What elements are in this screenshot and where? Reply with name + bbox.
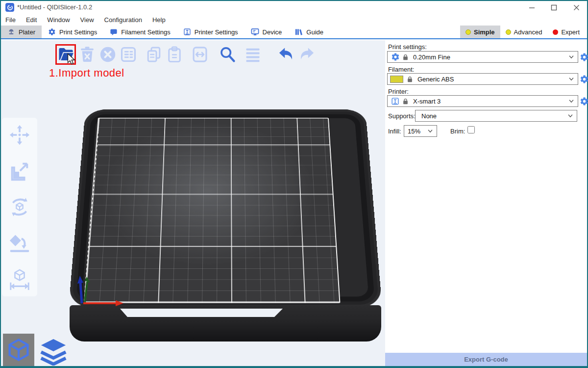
filament-gear-button[interactable] (580, 75, 588, 84)
variable-layer-height-button[interactable] (243, 44, 263, 65)
mode-expert[interactable]: Expert (547, 26, 585, 38)
rotate-button[interactable] (7, 195, 32, 219)
chevron-down-icon (568, 98, 575, 105)
tab-bar: Plater Print Settings Filament Settings … (1, 26, 587, 39)
window-title: *Untitled - QIDISlicer-1.0.2 (17, 3, 92, 11)
filament-color-swatch (390, 76, 403, 83)
search-button[interactable] (217, 44, 238, 65)
advanced-dot-icon (506, 29, 511, 35)
search-icon (219, 46, 236, 63)
copy-icon (145, 46, 163, 63)
arrange-icon (120, 46, 137, 63)
tutorial-annotation: 1.Import model (49, 67, 124, 79)
tab-filament-settings[interactable]: Filament Settings (103, 26, 176, 38)
chevron-down-icon (568, 76, 575, 82)
mode-selector: Simple Advanced Expert (460, 26, 587, 38)
app-logo-icon (5, 3, 14, 12)
bed-front-face (70, 305, 381, 342)
chevron-down-icon (568, 53, 575, 60)
maximize-button[interactable] (544, 1, 564, 14)
layers-list-icon (244, 46, 262, 63)
filament-combo[interactable]: Generic ABS (387, 73, 578, 85)
redo-button[interactable] (296, 44, 317, 65)
delete-all-button[interactable] (98, 44, 118, 65)
menu-window[interactable]: Window (43, 15, 76, 25)
menu-configuration[interactable]: Configuration (100, 15, 148, 25)
settings-sidebar: Print settings: 0.20mm Fine Filament: Ge… (385, 40, 587, 366)
measure-button[interactable] (7, 267, 32, 291)
printer-gear-button[interactable] (580, 97, 588, 106)
gear-icon (391, 53, 400, 61)
view-mode-buttons (3, 334, 69, 366)
simple-dot-icon (466, 29, 471, 35)
delete-button[interactable] (77, 44, 98, 65)
menu-edit[interactable]: Edit (22, 15, 43, 25)
print-settings-label: Print settings: (388, 43, 427, 51)
tab-print-settings[interactable]: Print Settings (42, 26, 103, 38)
paste-icon (166, 46, 183, 63)
undo-icon (277, 46, 295, 63)
expert-dot-icon (553, 29, 558, 35)
delete-icon (78, 46, 96, 63)
measure-icon (8, 268, 31, 290)
delete-all-icon (99, 46, 117, 63)
menu-view[interactable]: View (76, 15, 100, 25)
undo-button[interactable] (276, 44, 296, 65)
menu-file[interactable]: File (1, 15, 22, 25)
printer-combo[interactable]: X-smart 3 (387, 95, 578, 107)
lock-icon (402, 98, 409, 105)
guide-icon (294, 28, 303, 36)
infill-label: Infill: (388, 128, 401, 135)
import-model-button[interactable] (55, 44, 76, 65)
preview-view-button[interactable] (38, 338, 69, 366)
tab-guide[interactable]: Guide (288, 26, 330, 38)
chevron-down-icon (427, 128, 434, 134)
rotate-icon (8, 196, 31, 218)
export-gcode-button[interactable]: Export G-code (385, 353, 587, 366)
printer-icon (391, 97, 399, 105)
move-button[interactable] (7, 123, 32, 147)
app-window: *Untitled - QIDISlicer-1.0.2 File Edit W… (1, 1, 587, 366)
supports-combo[interactable]: None (415, 110, 577, 122)
tab-plater[interactable]: Plater (1, 26, 42, 38)
scale-icon (8, 160, 31, 183)
mode-simple[interactable]: Simple (460, 26, 500, 38)
plater-toolbar (55, 43, 317, 66)
place-on-face-icon (8, 232, 31, 255)
infill-combo[interactable]: 15% (404, 125, 437, 137)
3d-view-icon (6, 337, 31, 363)
device-icon (251, 28, 259, 36)
preview-layers-icon (39, 338, 68, 366)
print-settings-combo[interactable]: 0.20mm Fine (387, 51, 578, 63)
object-manipulation-toolbar (2, 118, 37, 296)
scale-button[interactable] (7, 159, 32, 184)
menu-bar: File Edit Window View Configuration Help (1, 14, 587, 26)
bed-handle-slot (120, 309, 283, 317)
tab-device[interactable]: Device (245, 26, 289, 38)
brim-label: Brim: (450, 128, 465, 135)
arrange-button[interactable] (118, 44, 139, 65)
annotation-highlight-box (55, 44, 76, 65)
copy-button[interactable] (144, 44, 164, 65)
tab-printer-settings[interactable]: Printer Settings (177, 26, 245, 38)
bed-tray (69, 109, 382, 307)
3d-editor-view-button[interactable] (3, 334, 34, 366)
place-on-face-button[interactable] (7, 231, 32, 256)
filament-label: Filament: (388, 66, 414, 73)
brim-checkbox[interactable] (467, 126, 475, 133)
split-objects-button[interactable] (190, 44, 210, 65)
mode-advanced[interactable]: Advanced (500, 26, 548, 38)
paste-button[interactable] (164, 44, 185, 65)
menu-help[interactable]: Help (148, 15, 172, 25)
bed-grid-plate (84, 118, 341, 303)
minimize-button[interactable] (522, 1, 541, 14)
lock-icon (402, 53, 409, 61)
3d-viewport[interactable]: 1.Import model (1, 40, 385, 366)
title-bar: *Untitled - QIDISlicer-1.0.2 (1, 1, 587, 14)
print-settings-gear-button[interactable] (580, 53, 588, 62)
supports-label: Supports: (388, 112, 416, 120)
close-button[interactable] (566, 1, 586, 14)
print-bed (69, 125, 384, 350)
plater-icon (7, 28, 15, 36)
printer-label: Printer: (388, 88, 409, 95)
